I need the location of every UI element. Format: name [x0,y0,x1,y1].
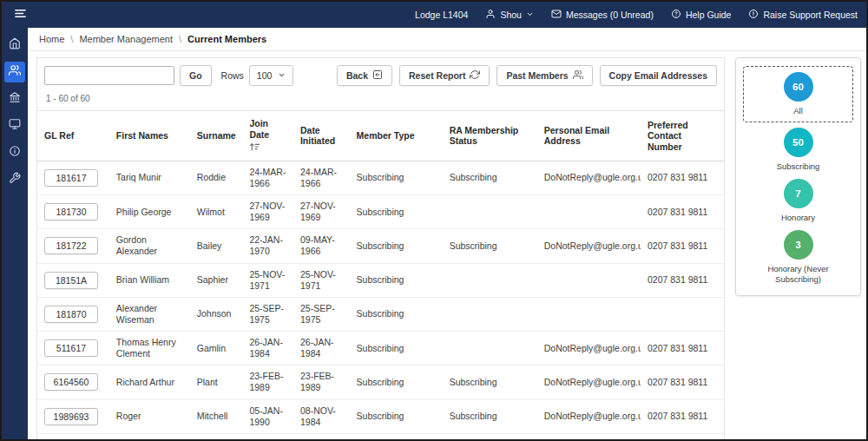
cell-member-type: Subscribing [350,297,443,331]
cell-gl-ref: 5002265 [37,433,109,441]
filter-label: All [793,106,803,116]
help-circle-icon [671,9,681,21]
cell-member-type: Subscribing [350,263,443,297]
cell-first-names: Gordon Alexander [109,229,190,263]
back-label: Back [346,70,368,81]
pagination-label: 1 - 60 of 60 [37,93,724,110]
column-header-preferred-contact[interactable]: Preferred Contact Number [641,111,724,161]
cell-surname: Bailey [190,229,243,263]
filter-badge[interactable]: 3 Honorary (Never Subscribing) [743,227,853,288]
rows-select[interactable]: 100 [249,65,294,86]
gl-ref-button[interactable]: 181730 [44,203,98,220]
table-row: 181870 Alexander Wiseman Johnson 25-SEP-… [37,297,724,331]
back-button[interactable]: Back [337,65,392,86]
filter-badge[interactable]: 60 All [743,66,853,122]
cell-ra-status [443,332,537,365]
go-label: Go [189,70,202,81]
cell-first-names: Richard Arthur [109,365,190,399]
cell-member-type: Subscribing [350,229,443,263]
cell-email: DoNotReply@ugle.org.uk [537,229,641,263]
search-input[interactable] [44,66,174,85]
bank-icon [9,91,21,107]
cell-email: DoNotReply@ugle.org.uk [537,332,641,365]
column-header-first-names[interactable]: First Names [109,111,190,161]
gl-ref-button[interactable]: 18151A [44,272,98,289]
breadcrumb: Home \ Member Management \ Current Membe… [28,28,866,51]
gl-ref-button[interactable]: 181617 [44,169,98,187]
arrow-left-box-icon [372,69,383,82]
column-header-gl-ref[interactable]: GL Ref [37,111,109,161]
gl-ref-button[interactable]: 181870 [44,306,98,323]
cell-date-initiated: 09-MAY-1966 [293,229,350,263]
copy-email-addresses-button[interactable]: Copy Email Addresses [600,65,717,86]
messages-button[interactable]: Messages (0 Unread) [551,9,654,21]
mail-icon [551,9,562,21]
count-circle[interactable]: 3 [784,230,813,260]
gl-ref-button[interactable]: 1989693 [44,408,98,425]
lodge-selector[interactable]: Lodge L1404 [415,10,468,20]
cell-ra-status [443,297,537,331]
cell-email: DoNotReply@ugle.org.uk [537,161,641,194]
user-menu[interactable]: Shou [485,9,534,21]
column-header-surname[interactable]: Surname [190,111,243,161]
hamburger-icon [14,7,27,23]
breadcrumb-home[interactable]: Home [39,34,64,44]
cell-join-date: 25-SEP-1975 [242,297,293,331]
cell-first-names: Thomas Henry Clement [109,332,190,365]
column-header-ra-membership-status[interactable]: RA Membership Status [443,111,537,161]
filter-label: Honorary (Never Subscribing) [746,264,850,285]
sidebar-item-members[interactable] [4,62,25,82]
gl-ref-button[interactable]: 6164560 [44,373,98,391]
table-row: 18151A Brian William Saphier 25-NOV-1971… [37,263,724,297]
column-header-join-date[interactable]: Join Date [242,111,293,161]
app-window: Lodge L1404 Shou Messages (0 Unread) [0,0,868,441]
column-header-date-initiated[interactable]: Date Initiated [293,111,350,161]
cell-surname: Johnson [190,297,243,331]
reset-report-button[interactable]: Reset Report [399,65,490,86]
cell-phone: 0207 831 9811 [641,332,724,365]
sort-ascending-icon[interactable] [249,142,286,154]
cell-email: DoNotReply@ugle.org.uk [537,365,641,399]
sidebar-item-tools[interactable] [4,169,25,190]
menu-toggle-button[interactable] [10,5,30,24]
column-header-member-type[interactable]: Member Type [350,111,443,161]
cell-ra-status: Subscribing [443,229,537,263]
support-request-label: Raise Support Request [763,10,858,20]
gl-ref-button[interactable]: 181722 [44,237,98,254]
cell-first-names: James Peter [109,433,190,441]
breadcrumb-separator: \ [179,34,181,44]
gl-ref-button[interactable]: 511617 [44,339,98,357]
sidebar-item-information[interactable] [4,142,25,163]
count-circle[interactable]: 50 [784,128,813,157]
help-guide-button[interactable]: Help Guide [671,9,732,21]
count-circle[interactable]: 60 [784,72,813,102]
messages-label: Messages (0 Unread) [566,10,654,20]
support-request-button[interactable]: Raise Support Request [748,9,858,21]
cell-surname: Baker Jones [190,433,243,441]
cell-email: DoNotReply@ugle.org.uk [537,399,641,433]
cell-phone: 0207 831 9811 [641,365,724,399]
past-members-button[interactable]: Past Members [496,65,592,86]
breadcrumb-current-members: Current Members [187,34,266,44]
sidebar-item-home[interactable] [4,35,25,56]
filter-badge[interactable]: 7 Honorary [743,175,853,227]
members-table: GL Ref First Names Surname Join Date Dat… [37,110,724,441]
cell-join-date: 27-NOV-1969 [242,195,293,229]
sidebar-item-lodge[interactable] [4,89,25,109]
cell-phone: 0207 831 9811 [641,433,724,441]
cell-member-type: Subscribing [350,195,443,229]
breadcrumb-member-management[interactable]: Member Management [79,34,173,44]
cell-member-type: Subscribing [350,161,443,194]
filter-badge[interactable]: 50 Subscribing [743,124,853,175]
join-date-label: Join Date [249,118,269,140]
cell-email [537,195,641,229]
go-button[interactable]: Go [180,65,212,86]
cell-first-names: Philip George [109,195,190,229]
users-icon [9,64,21,80]
sidebar-item-display[interactable] [4,115,25,136]
cell-ra-status: Subscribing [443,161,537,194]
cell-ra-status: Subscribing [443,399,537,433]
count-circle[interactable]: 7 [784,179,813,208]
table-row: 5002265 James Peter Baker Jones 22-MAR-1… [37,433,724,441]
column-header-personal-email[interactable]: Personal Email Address [537,111,641,161]
